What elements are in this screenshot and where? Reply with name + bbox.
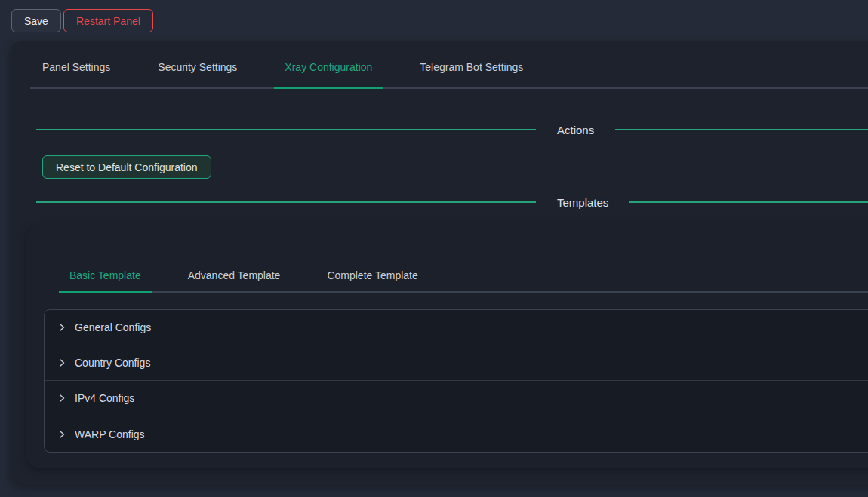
templates-divider-title: Templates <box>557 196 608 209</box>
tab-panel-settings[interactable]: Panel Settings <box>42 61 110 87</box>
templates-card: Basic Template Advanced Template Complet… <box>26 225 868 468</box>
templates-tab-bar: Basic Template Advanced Template Complet… <box>59 225 868 293</box>
chevron-right-icon <box>57 323 66 332</box>
divider-line <box>629 201 868 203</box>
collapse-header-general-configs[interactable]: General Configs <box>45 310 868 345</box>
collapse-header-label: WARP Configs <box>75 428 145 440</box>
tab-security-settings[interactable]: Security Settings <box>158 61 237 87</box>
tab-basic-template[interactable]: Basic Template <box>69 269 141 291</box>
chevron-right-icon <box>57 430 66 439</box>
save-button[interactable]: Save <box>11 9 61 32</box>
actions-divider: Actions <box>36 121 868 139</box>
settings-tab-bar: Panel Settings Security Settings Xray Co… <box>30 41 868 89</box>
collapse-header-ipv4-configs[interactable]: IPv4 Configs <box>45 381 868 416</box>
collapse-header-label: General Configs <box>75 321 151 333</box>
collapse-header-country-configs[interactable]: Country Configs <box>45 345 868 381</box>
collapse-header-warp-configs[interactable]: WARP Configs <box>45 416 868 452</box>
chevron-right-icon <box>57 358 66 367</box>
actions-divider-title: Actions <box>557 124 594 137</box>
divider-line <box>36 129 536 130</box>
app-window: Save Restart Panel Panel Settings Securi… <box>0 0 868 497</box>
tab-telegram-bot-settings[interactable]: Telegram Bot Settings <box>420 61 523 87</box>
collapse-header-label: Country Configs <box>75 357 150 369</box>
collapse-header-label: IPv4 Configs <box>75 392 134 404</box>
reset-default-configuration-button[interactable]: Reset to Default Configuration <box>42 155 211 179</box>
divider-line <box>36 201 536 203</box>
restart-panel-button[interactable]: Restart Panel <box>63 9 153 32</box>
divider-line <box>615 129 868 130</box>
template-config-collapse: General Configs Country Configs IPv4 Con… <box>44 309 868 453</box>
tab-complete-template[interactable]: Complete Template <box>327 269 417 291</box>
tab-advanced-template[interactable]: Advanced Template <box>188 269 281 291</box>
templates-divider: Templates <box>36 193 868 211</box>
chevron-right-icon <box>57 394 66 403</box>
tab-xray-configuration[interactable]: Xray Configuration <box>285 61 372 87</box>
settings-card: Panel Settings Security Settings Xray Co… <box>11 41 868 485</box>
